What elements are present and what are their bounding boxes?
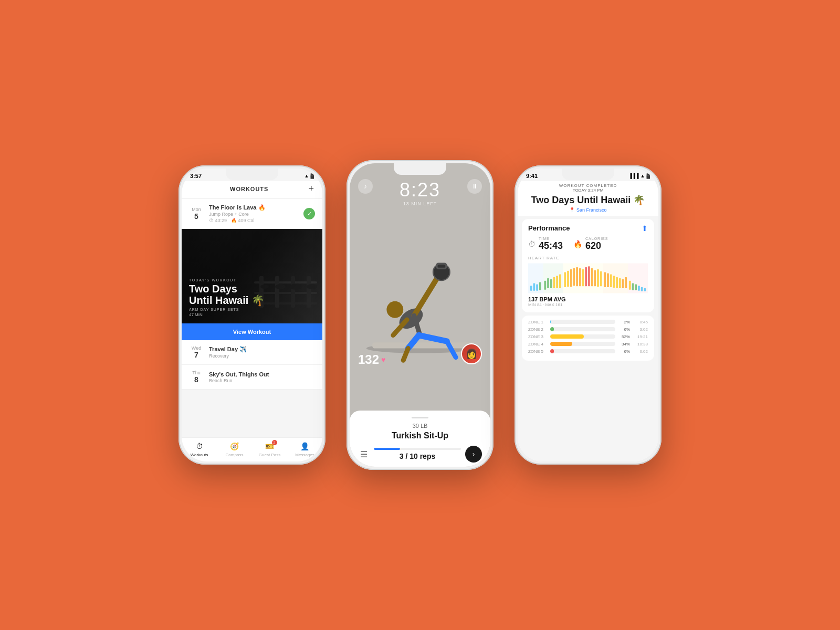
next-exercise-button[interactable]: › (465, 446, 482, 463)
nav-workouts[interactable]: ⏱ Workouts (182, 441, 217, 457)
workout-row-monday[interactable]: Mon 5 The Floor is Lava 🔥 Jump Rope + Co… (182, 199, 322, 229)
battery-icon-3: ▓ (646, 173, 650, 178)
svg-line-20 (419, 335, 447, 341)
exercise-list-button[interactable]: ☰ (358, 447, 370, 461)
time-1: 3:57 (190, 173, 202, 179)
zone-3-label: ZONE 3 (528, 334, 547, 339)
day-name-mon: Mon (189, 207, 204, 212)
phones-container: 3:57 ▲ ▓ WORKOUTS + Mon (178, 160, 662, 470)
svg-line-15 (414, 277, 438, 316)
exercise-name: Turkish Sit-Up (358, 431, 482, 440)
wifi-icon-3: ▲ (640, 173, 645, 178)
workout-type-mon: Jump Rope + Core (209, 212, 298, 217)
reps-progress: 3 / 10 reps (374, 448, 461, 460)
nav-compass[interactable]: 🧭 Compass (217, 441, 252, 457)
signal-icon: ▐▐▐ (628, 173, 638, 178)
zone-4-fill (550, 342, 572, 346)
today-label: TODAY'S WORKOUT (189, 278, 315, 282)
bottom-nav: ⏱ Workouts 🧭 Compass 🎫 2 Guest Pass (182, 437, 322, 461)
workout-name-mon: The Floor is Lava 🔥 (209, 204, 298, 211)
featured-workout-card[interactable]: TODAY'S WORKOUT Two DaysUntil Hawaii 🌴 A… (182, 229, 322, 323)
compass-nav-label: Compass (226, 453, 244, 457)
reps-text: 3 / 10 reps (400, 452, 436, 460)
add-workout-button[interactable]: + (308, 183, 314, 194)
day-num-mon: 5 (189, 212, 204, 220)
svg-rect-31 (536, 284, 538, 290)
nav-messages[interactable]: 👤 Messages (287, 441, 322, 457)
workout-row-thursday[interactable]: Thu 8 Sky's Out, Thighs Out Beach Run (182, 365, 322, 390)
phone-1-screen: 3:57 ▲ ▓ WORKOUTS + Mon (182, 169, 322, 461)
zone-row-2: ZONE 2 6% 3:02 (528, 327, 648, 332)
hr-avg: 137 BPM AVG (528, 296, 648, 302)
svg-rect-53 (607, 273, 609, 287)
zone-3-pct: 52% (618, 334, 630, 339)
svg-rect-36 (553, 277, 555, 288)
weight-label: 30 LB (358, 423, 482, 429)
time-3: 9:41 (526, 173, 538, 179)
hr-chart-svg (528, 262, 648, 294)
performance-section: Performance ⬆ ⏱ TIME 45:43 🔥 (522, 219, 654, 312)
hr-range: MIN 84 · MAX 161 (528, 302, 648, 307)
guestpass-nav-icon: 🎫 2 (265, 441, 275, 452)
workout-row-wednesday[interactable]: Wed 7 Travel Day ✈️ Recovery (182, 340, 322, 365)
zone-5-track (550, 349, 615, 353)
status-icons-1: ▲ ▓ (304, 173, 314, 178)
zone-2-fill (550, 327, 554, 331)
completed-time: TODAY 3:24 PM (526, 188, 650, 193)
svg-rect-59 (625, 277, 627, 288)
workout-name-wed: Travel Day ✈️ (209, 346, 315, 353)
workouts-nav-label: Workouts (191, 453, 208, 457)
palm-emoji: 🌴 (251, 295, 265, 306)
time-stat-value: 45:43 (539, 240, 563, 251)
svg-rect-55 (613, 276, 615, 288)
phone-2: ♪ ⏸ 8:23 13 MIN LEFT (346, 160, 494, 470)
zone-1-track (550, 320, 615, 324)
svg-rect-47 (588, 266, 590, 286)
summary-location: 📍 San Francisco (526, 207, 650, 213)
svg-rect-52 (604, 272, 606, 287)
calories-stat-label: CALORIES (585, 237, 608, 240)
svg-rect-29 (530, 286, 532, 291)
zones-section: ZONE 1 2% 0:45 ZONE 2 6% 3:02 (522, 316, 654, 361)
zone-4-track (550, 342, 615, 346)
drag-handle[interactable] (412, 417, 428, 418)
zone-row-3: ZONE 3 52% 19:21 (528, 334, 648, 339)
stats-row: ⏱ TIME 45:43 🔥 CALORIES 620 (528, 237, 648, 251)
workouts-header: WORKOUTS + (182, 181, 322, 199)
guestpass-badge: 2 (272, 440, 277, 445)
svg-rect-32 (539, 282, 541, 290)
share-button[interactable]: ⬆ (642, 224, 648, 233)
zone-2-label: ZONE 2 (528, 327, 547, 332)
svg-rect-54 (610, 274, 612, 287)
zone-4-label: ZONE 4 (528, 342, 547, 346)
svg-rect-39 (564, 272, 566, 287)
day-col-thu: Thu 8 (189, 370, 204, 384)
reps-row: ☰ 3 / 10 reps › (358, 446, 482, 463)
trainer-avatar: 👩 (461, 343, 482, 364)
svg-rect-48 (591, 268, 593, 286)
zone-row-4: ZONE 4 34% 10:38 (528, 342, 648, 346)
svg-rect-27 (603, 263, 628, 293)
workout-list: Mon 5 The Floor is Lava 🔥 Jump Rope + Co… (182, 199, 322, 437)
zone-2-track (550, 327, 615, 331)
view-workout-button[interactable]: View Workout (182, 323, 322, 340)
zone-1-time: 0:45 (633, 320, 648, 324)
trainer-face: 👩 (466, 348, 477, 360)
svg-rect-34 (547, 278, 549, 288)
heart-rate-number: 132 (358, 352, 379, 367)
nav-guestpass[interactable]: 🎫 2 Guest Pass (252, 441, 287, 457)
svg-point-17 (433, 264, 450, 280)
zone-3-time: 19:21 (633, 334, 648, 339)
calories-stat: 🔥 CALORIES 620 (573, 237, 608, 251)
day-col-wed: Wed 7 (189, 345, 204, 359)
svg-rect-46 (585, 267, 587, 286)
summary-header: WORKOUT COMPLETED TODAY 3:24 PM Two Days… (518, 181, 658, 216)
messages-nav-label: Messages (295, 453, 314, 457)
reps-fill (374, 448, 400, 450)
svg-rect-57 (619, 278, 621, 288)
exercise-bottom-panel: 30 LB Turkish Sit-Up ☰ 3 / 10 reps › (350, 411, 490, 467)
zone-row-5: ZONE 5 6% 6:02 (528, 349, 648, 354)
zone-5-pct: 6% (618, 349, 630, 354)
svg-rect-58 (622, 279, 624, 288)
notch-2 (394, 163, 446, 175)
